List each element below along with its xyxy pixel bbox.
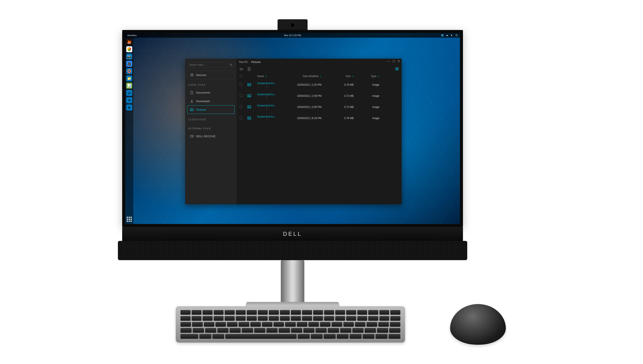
dock-folder[interactable]: 🗂: [126, 90, 132, 96]
breadcrumb[interactable]: This PC › Pictures: [239, 60, 261, 64]
clock-icon: [190, 73, 194, 77]
dock-firefox[interactable]: 🦊: [126, 39, 132, 45]
file-date: 10/03/2021 | 8:18 PM: [279, 117, 322, 120]
dock-settings[interactable]: ⚙: [126, 104, 132, 110]
svg-rect-15: [396, 69, 397, 70]
file-row[interactable]: Screenshot from 2021-03-10...⋮10/03/2021…: [237, 113, 402, 124]
dock-zoom[interactable]: 🎥: [126, 61, 132, 67]
dock-sheets[interactable]: 📊: [126, 83, 132, 89]
activities-button[interactable]: Activities: [127, 34, 137, 36]
breadcrumb-current: Pictures: [251, 60, 261, 64]
topbar-clock[interactable]: Mar 10 2:20 PM: [284, 34, 301, 36]
row-menu-button[interactable]: ⋮: [265, 118, 268, 121]
search-field-wrap[interactable]: [187, 62, 234, 68]
file-list: Screenshot from 2021-03-10...⋮10/03/2021…: [237, 79, 402, 124]
minimize-button[interactable]: —: [387, 60, 390, 63]
col-name[interactable]: Name◇: [257, 75, 279, 78]
svg-rect-21: [248, 106, 251, 108]
sidebar-downloads[interactable]: Downloads: [187, 97, 234, 105]
dock-support[interactable]: 🛟: [126, 68, 132, 74]
row-menu-button[interactable]: ⋮: [265, 85, 268, 88]
sort-icon: ◇: [352, 75, 354, 78]
file-name: Screenshot from 2021-03-10...⋮: [257, 115, 279, 121]
file-date: 10/03/2021 | 3:05 PM: [279, 106, 322, 108]
sidebar-section-external: EXTERNAL FILES: [188, 127, 234, 130]
sidebar-item-label: Recents: [196, 74, 206, 77]
fm-sidebar: Recents LOCAL FILES Documents Downloads …: [185, 59, 237, 204]
bezel: Activities Mar 10 2:20 PM 🦊 📷 🎥 🛟 📁: [122, 30, 463, 227]
nav-back-button[interactable]: ‹: [398, 66, 399, 69]
svg-rect-0: [442, 34, 442, 35]
search-icon: [229, 64, 232, 66]
file-row[interactable]: Screenshot from 2021-03-10...⋮10/03/2021…: [237, 90, 402, 102]
file-name: Screenshot from 2021-03-10...⋮: [257, 104, 279, 110]
app-indicator-icon: [441, 34, 444, 36]
monitor-chin: DELL: [122, 227, 463, 241]
new-file-button[interactable]: [247, 67, 251, 71]
soundbar: [118, 241, 467, 260]
dock-camera[interactable]: 📷: [126, 54, 132, 60]
dock: 🦊 📷 🎥 🛟 📁 📊 🗂 ✉ ⚙: [125, 38, 133, 224]
col-size[interactable]: Size◇: [322, 75, 354, 78]
sidebar-pictures[interactable]: Pictures: [187, 105, 234, 114]
sort-icon: ◇: [378, 75, 379, 78]
file-type: Image: [354, 117, 379, 120]
svg-rect-2: [442, 36, 442, 36]
select-all-checkbox[interactable]: [240, 74, 242, 77]
file-date: 10/03/2021 | 2:20 PM: [279, 83, 322, 86]
svg-rect-9: [190, 108, 193, 111]
row-menu-button[interactable]: ⋮: [265, 96, 268, 99]
video-icon: 🎥: [127, 62, 131, 66]
chrome-icon: [127, 47, 131, 51]
svg-rect-1: [443, 34, 443, 35]
sheets-icon: 📊: [127, 84, 131, 88]
maximize-button[interactable]: ▢: [393, 60, 395, 63]
svg-line-7: [231, 65, 232, 66]
dock-files[interactable]: 📁: [126, 75, 132, 81]
sidebar-recents[interactable]: Recents: [187, 71, 234, 79]
col-type[interactable]: Type◇: [354, 75, 379, 78]
svg-rect-13: [396, 68, 397, 69]
row-checkbox[interactable]: [240, 83, 242, 86]
file-row[interactable]: Screenshot from 2021-03-10...⋮10/03/2021…: [237, 79, 402, 90]
fm-main: — ▢ ✕ This PC › Pictures ‹: [237, 59, 402, 204]
sidebar-item-label: Downloads: [196, 100, 210, 103]
file-name: Screenshot from 2021-03-10...⋮: [257, 93, 279, 99]
new-folder-button[interactable]: [240, 67, 243, 71]
download-icon: [190, 99, 194, 103]
brand-logo: DELL: [283, 230, 302, 237]
sidebar-dell-recovery[interactable]: DELL RECOVE: [187, 132, 234, 140]
show-applications-button[interactable]: [127, 217, 132, 222]
sidebar-documents[interactable]: Documents: [187, 88, 234, 97]
svg-rect-3: [443, 36, 443, 36]
image-file-icon: [247, 105, 257, 109]
row-checkbox[interactable]: [240, 105, 242, 108]
folder-icon: 🗂: [128, 91, 131, 95]
mouse: [450, 304, 506, 345]
file-manager-window: Recents LOCAL FILES Documents Downloads …: [185, 59, 402, 204]
column-headers: Name◇ Date Modified◇ Size◇ Type◇: [237, 73, 402, 79]
image-file-icon: [247, 83, 257, 87]
file-type: Image: [354, 94, 379, 98]
close-button[interactable]: ✕: [398, 60, 400, 63]
file-size: 3.72 MB: [322, 106, 354, 108]
dock-mail[interactable]: ✉: [126, 97, 132, 103]
file-row[interactable]: Screenshot from 2021-03-10...⋮10/03/2021…: [237, 102, 402, 113]
file-size: 3.72 MB: [322, 94, 354, 98]
row-menu-button[interactable]: ⋮: [265, 107, 268, 110]
document-icon: [190, 91, 194, 94]
breadcrumb-root[interactable]: This PC: [239, 60, 248, 64]
system-tray[interactable]: [441, 34, 458, 36]
sort-icon: ◇: [320, 75, 322, 78]
dock-chrome[interactable]: [126, 46, 132, 52]
row-checkbox[interactable]: [240, 116, 242, 119]
sidebar-section-local: LOCAL FILES: [188, 84, 234, 86]
network-icon: [446, 34, 448, 36]
search-input[interactable]: [189, 64, 229, 66]
sort-icon: ◇: [265, 75, 267, 78]
row-checkbox[interactable]: [240, 94, 242, 97]
sidebar-item-label: Documents: [196, 91, 210, 94]
file-size: 3.78 MB: [322, 83, 354, 86]
col-date[interactable]: Date Modified◇: [279, 75, 322, 78]
support-icon: 🛟: [127, 69, 131, 73]
